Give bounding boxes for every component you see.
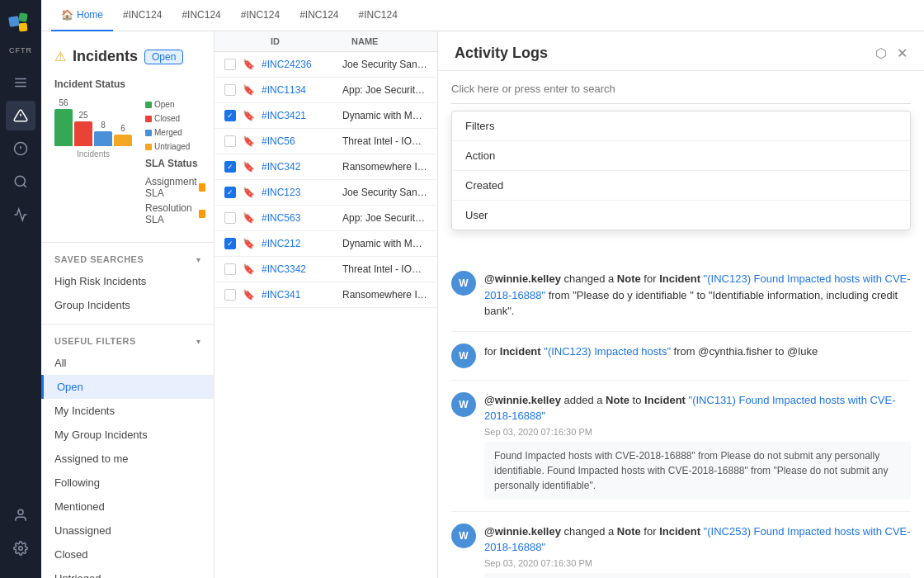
sidebar-item-high-risk[interactable]: High Risk Incidents — [41, 269, 214, 293]
tab-inc124-1[interactable]: #INC124 — [113, 0, 172, 31]
filter-option-created[interactable]: Created — [452, 171, 910, 200]
sla-resolution: Resolution SLA — [145, 202, 205, 225]
table-row[interactable]: 🔖 #INC342 Ransomewhere Incident ℹ — [214, 154, 437, 180]
bookmark-icon[interactable]: 🔖 — [243, 187, 255, 198]
incident-id[interactable]: #INC212 — [262, 238, 336, 249]
external-link-icon[interactable]: ⬡ — [875, 45, 887, 61]
row-checkbox[interactable] — [224, 110, 236, 121]
tab-inc124-3[interactable]: #INC124 — [231, 0, 290, 31]
activity-item: W for Incident "(INC123) Impacted hosts"… — [451, 332, 911, 381]
incident-id[interactable]: #INC3342 — [262, 263, 336, 275]
chart-legend: Open Closed Merged Untriaged — [145, 100, 205, 151]
nav-incidents-icon[interactable] — [6, 101, 35, 130]
incident-id[interactable]: #INC24236 — [262, 59, 336, 70]
useful-filters-header[interactable]: USEFUL FILTERS ▾ — [41, 331, 214, 351]
table-row[interactable]: 🔖 #INC563 App: Joe Security Sandbox ℹ — [214, 206, 437, 231]
incident-id[interactable]: #INC56 — [262, 135, 336, 147]
bookmark-icon[interactable]: 🔖 — [243, 135, 255, 147]
saved-searches-header[interactable]: SAVED SEARCHES ▾ — [41, 249, 214, 269]
svg-line-12 — [23, 184, 26, 187]
activity-item: W @winnie.kelley added a Note to Inciden… — [451, 381, 911, 512]
table-row[interactable]: 🔖 #INC1134 App: Joe Security Sandbox — [214, 78, 437, 103]
row-checkbox[interactable] — [224, 263, 236, 275]
legend-closed: Closed — [145, 114, 180, 123]
activity-content: @winnie.kelley changed a Note for Incide… — [484, 271, 911, 320]
tab-inc124-2[interactable]: #INC124 — [172, 0, 230, 31]
divider-2 — [41, 324, 214, 325]
x-axis-label: Incidents — [54, 149, 132, 159]
divider-1 — [41, 242, 214, 243]
sidebar-item-my-group-incidents[interactable]: My Group Incidents — [41, 423, 214, 447]
incident-id[interactable]: #INC1134 — [262, 84, 336, 96]
filter-option-user[interactable]: User — [452, 201, 910, 230]
bookmark-icon[interactable]: 🔖 — [243, 161, 255, 173]
activity-item: W @winnie.kelley changed a Note for Inci… — [451, 512, 911, 579]
bookmark-icon[interactable]: 🔖 — [243, 238, 255, 249]
sla-resolution-indicator — [199, 210, 205, 218]
table-row[interactable]: 🔖 #INC3421 Dynamic with Multiple Path in… — [214, 103, 437, 129]
table-row[interactable]: 🔖 #INC24236 Joe Security Sandbox Attachm… — [214, 52, 437, 78]
incidents-table-area: ID NAME 🔖 #INC24236 Joe Security Sandbox… — [214, 31, 437, 578]
sidebar-item-open[interactable]: Open — [41, 375, 214, 399]
row-checkbox[interactable] — [224, 289, 236, 301]
incident-id[interactable]: #INC3421 — [262, 110, 336, 121]
table-row[interactable]: 🔖 #INC341 Ransomewhere Incident ℹ — [214, 282, 437, 308]
content-area: ⚠ Incidents Open Incident Status 56 — [41, 31, 924, 578]
table-row[interactable]: 🔖 #INC123 Joe Security Sandbox Attachme.… — [214, 180, 437, 206]
nav-menu-icon[interactable] — [6, 68, 35, 97]
home-icon: 🏠 — [61, 9, 73, 21]
row-checkbox[interactable] — [224, 161, 236, 173]
row-checkbox[interactable] — [224, 59, 236, 70]
main-content: 🏠 Home #INC124 #INC124 #INC124 #INC124 #… — [41, 0, 924, 578]
table-row[interactable]: 🔖 #INC56 Threat Intel - IOC Check ℹ — [214, 129, 437, 154]
row-checkbox[interactable] — [224, 238, 236, 249]
app-logo — [6, 8, 35, 38]
nav-settings-icon[interactable] — [6, 533, 35, 563]
sidebar-item-group-incidents[interactable]: Group Incidents — [41, 293, 214, 317]
sidebar-item-mentioned[interactable]: Mentioned — [41, 495, 214, 519]
filter-option-filters[interactable]: Filters — [452, 111, 910, 140]
sidebar-item-assigned-to-me[interactable]: Assigned to me — [41, 447, 214, 471]
table-row[interactable]: 🔖 #INC3342 Threat Intel - IOC Check ℹ — [214, 257, 437, 282]
row-checkbox[interactable] — [224, 187, 236, 198]
nav-user-icon[interactable] — [6, 500, 35, 530]
bookmark-icon[interactable]: 🔖 — [243, 110, 255, 121]
nav-graph-icon[interactable] — [6, 200, 35, 230]
bookmark-icon[interactable]: 🔖 — [243, 212, 255, 224]
sidebar-item-all[interactable]: All — [41, 351, 214, 375]
bookmark-icon[interactable]: 🔖 — [243, 289, 255, 301]
sidebar-item-closed[interactable]: Closed — [41, 542, 214, 566]
bookmark-icon[interactable]: 🔖 — [243, 59, 255, 70]
chevron-down-icon: ▾ — [196, 255, 200, 264]
incident-id[interactable]: #INC342 — [262, 161, 336, 173]
sidebar-item-my-incidents[interactable]: My Incidents — [41, 399, 214, 423]
close-icon[interactable]: ✕ — [897, 45, 908, 61]
table-row[interactable]: 🔖 #INC212 Dynamic with Multiple Path in … — [214, 231, 437, 257]
bookmark-icon[interactable]: 🔖 — [243, 263, 255, 275]
svg-rect-1 — [18, 12, 28, 22]
row-checkbox[interactable] — [224, 212, 236, 224]
activity-search-input[interactable] — [451, 81, 911, 97]
incident-link[interactable]: "(INC123) Impacted hosts" — [544, 345, 671, 358]
row-checkbox[interactable] — [224, 84, 236, 96]
sidebar-item-following[interactable]: Following — [41, 471, 214, 495]
activity-text: @winnie.kelley changed a Note for Incide… — [484, 524, 911, 556]
filter-option-action[interactable]: Action — [452, 141, 910, 170]
tab-home[interactable]: 🏠 Home — [51, 0, 113, 31]
tab-inc124-5[interactable]: #INC124 — [349, 0, 408, 31]
activity-text: for Incident "(INC123) Impacted hosts" f… — [484, 343, 911, 360]
row-checkbox[interactable] — [224, 135, 236, 147]
incident-id[interactable]: #INC341 — [262, 289, 336, 301]
tab-inc124-4[interactable]: #INC124 — [290, 0, 348, 31]
sidebar-item-untriaged[interactable]: Untriaged — [41, 566, 214, 578]
svg-rect-2 — [19, 23, 28, 32]
sidebar-item-unassigned[interactable]: Unassigned — [41, 519, 214, 542]
svg-point-11 — [15, 176, 25, 186]
nav-search-icon[interactable] — [6, 167, 35, 197]
incident-id[interactable]: #INC563 — [262, 212, 336, 224]
incident-id[interactable]: #INC123 — [262, 187, 336, 198]
bookmark-icon[interactable]: 🔖 — [243, 84, 255, 96]
avatar: W — [451, 524, 476, 548]
nav-intel-icon[interactable] — [6, 134, 35, 163]
incident-name: Ransomewhere Incident ℹ — [342, 161, 427, 173]
